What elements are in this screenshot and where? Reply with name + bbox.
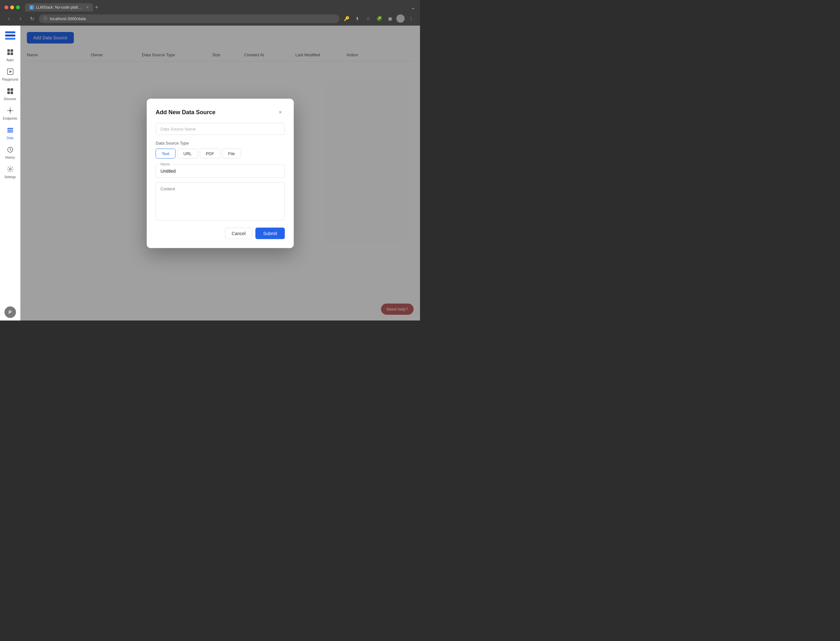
name-field-wrapper: Name — [156, 164, 285, 178]
type-button-url[interactable]: URL — [177, 149, 198, 159]
submit-button[interactable]: Submit — [255, 228, 285, 239]
address-bar[interactable]: ⓘ localhost:3000/data — [39, 14, 339, 23]
sidebar-item-history[interactable]: History — [1, 143, 19, 162]
forward-button[interactable]: › — [16, 14, 25, 23]
extensions-icon[interactable]: 🧩 — [374, 14, 384, 23]
sidebar-bottom: P — [5, 306, 16, 318]
svg-rect-12 — [11, 92, 13, 94]
traffic-light-minimize[interactable] — [10, 5, 14, 9]
share-icon[interactable]: ⬆ — [353, 14, 362, 23]
key-icon[interactable]: 🔑 — [342, 14, 351, 23]
sidebar: Apps Playground Discover Endpoints Data — [0, 26, 21, 320]
svg-rect-4 — [11, 49, 13, 52]
traffic-light-close[interactable] — [5, 5, 8, 9]
svg-rect-19 — [7, 130, 13, 131]
history-icon — [7, 146, 14, 155]
data-icon — [7, 127, 14, 135]
name-field-input[interactable] — [156, 165, 284, 177]
modal-close-button[interactable]: × — [276, 108, 285, 117]
modal-header: Add New Data Source × — [156, 108, 285, 117]
sidebar-item-data[interactable]: Data — [1, 124, 19, 142]
split-view-icon[interactable]: ▣ — [385, 14, 394, 23]
apps-icon — [7, 48, 14, 57]
app-logo — [4, 29, 17, 42]
svg-rect-20 — [7, 132, 13, 132]
apps-label: Apps — [6, 58, 14, 62]
svg-point-22 — [9, 168, 11, 170]
endpoints-label: Endpoints — [3, 117, 17, 120]
security-icon: ⓘ — [43, 16, 47, 21]
tab-favicon: L — [29, 5, 34, 10]
playground-icon — [7, 68, 14, 77]
user-avatar-button[interactable]: P — [5, 306, 16, 318]
profile-avatar-button[interactable] — [396, 14, 405, 23]
cancel-button[interactable]: Cancel — [225, 228, 252, 239]
modal-title: Add New Data Source — [156, 109, 215, 116]
sidebar-item-apps[interactable]: Apps — [1, 46, 19, 64]
svg-rect-1 — [5, 31, 15, 33]
traffic-light-maximize[interactable] — [16, 5, 20, 9]
type-button-pdf[interactable]: PDF — [200, 149, 220, 159]
sidebar-item-endpoints[interactable]: Endpoints — [1, 105, 19, 123]
svg-rect-10 — [11, 88, 13, 91]
tab-bar: L LLMStack: No-code platform t × + — [25, 3, 408, 11]
tab-close-button[interactable]: × — [86, 5, 88, 10]
svg-marker-8 — [10, 70, 12, 73]
svg-rect-6 — [11, 52, 13, 55]
datasource-type-label: Data Source Type — [156, 141, 285, 145]
bookmark-icon[interactable]: ☆ — [364, 14, 373, 23]
traffic-lights — [5, 5, 20, 9]
maximize-icon[interactable]: ⌄ — [411, 4, 416, 11]
svg-rect-5 — [7, 52, 10, 55]
discover-icon — [7, 88, 14, 96]
tab-title: LLMStack: No-code platform t — [36, 5, 84, 10]
svg-rect-2 — [5, 38, 15, 40]
svg-rect-3 — [7, 49, 10, 52]
settings-label: Settings — [4, 175, 16, 179]
new-tab-button[interactable]: + — [95, 4, 98, 11]
browser-chrome: L LLMStack: No-code platform t × + ⌄ ‹ ›… — [0, 0, 420, 26]
data-label: Data — [7, 136, 13, 140]
datasource-type-buttons: Text URL PDF File — [156, 149, 285, 159]
datasource-name-input[interactable] — [156, 123, 285, 135]
type-button-file[interactable]: File — [222, 149, 241, 159]
page-content: Add Data Source Name Owner Data Source T… — [21, 26, 420, 320]
name-field-label: Name — [159, 162, 171, 166]
sidebar-item-playground[interactable]: Playground — [1, 66, 19, 84]
url-display: localhost:3000/data — [50, 16, 86, 21]
reload-button[interactable]: ↻ — [27, 14, 37, 23]
settings-icon — [7, 166, 14, 174]
svg-rect-9 — [7, 88, 10, 91]
add-datasource-modal: Add New Data Source × Data Source Type T… — [147, 99, 294, 248]
sidebar-item-settings[interactable]: Settings — [1, 163, 19, 181]
svg-rect-11 — [7, 92, 10, 94]
back-button[interactable]: ‹ — [5, 14, 13, 23]
toolbar-actions: 🔑 ⬆ ☆ 🧩 ▣ ⋮ — [342, 14, 416, 23]
browser-toolbar: ‹ › ↻ ⓘ localhost:3000/data 🔑 ⬆ ☆ 🧩 ▣ ⋮ — [0, 11, 420, 26]
svg-point-13 — [9, 110, 11, 112]
playground-label: Playground — [2, 78, 18, 81]
browser-titlebar: L LLMStack: No-code platform t × + ⌄ — [0, 0, 420, 11]
modal-footer: Cancel Submit — [156, 228, 285, 239]
content-textarea[interactable] — [156, 182, 285, 221]
endpoints-icon — [7, 107, 14, 116]
svg-rect-0 — [5, 35, 15, 37]
sidebar-item-discover[interactable]: Discover — [1, 85, 19, 103]
svg-rect-18 — [7, 128, 13, 129]
app-container: Apps Playground Discover Endpoints Data — [0, 26, 420, 320]
browser-tab[interactable]: L LLMStack: No-code platform t × — [25, 3, 93, 11]
menu-icon[interactable]: ⋮ — [406, 14, 416, 23]
history-label: History — [5, 156, 15, 159]
discover-label: Discover — [4, 97, 16, 101]
type-button-text[interactable]: Text — [156, 149, 175, 159]
